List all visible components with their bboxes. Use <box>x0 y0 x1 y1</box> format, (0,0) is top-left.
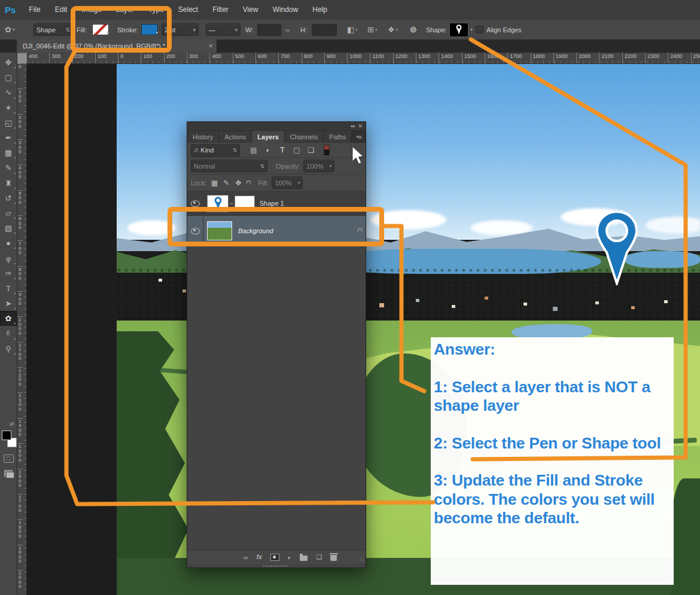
stroke-style-select[interactable]: — ▾ <box>206 20 241 39</box>
tool-path-selection[interactable]: ➤ <box>0 296 17 311</box>
lock-position-icon[interactable]: ✥ <box>234 179 242 187</box>
shape-width-input[interactable] <box>257 20 281 39</box>
tool-gradient[interactable]: ▧ <box>0 221 17 236</box>
menu-item[interactable]: Layer <box>109 0 141 20</box>
tool-eyedropper[interactable]: ✒ <box>0 130 17 145</box>
delete-layer-icon[interactable] <box>330 555 337 561</box>
screen-mode-button[interactable] <box>4 469 13 477</box>
menu-item[interactable]: Type <box>141 0 171 20</box>
opacity-input[interactable]: 100% ▾ <box>303 160 334 172</box>
stroke-width-select[interactable]: 2 pt ▾ <box>162 20 199 39</box>
swap-colors-icon[interactable]: ⇄ <box>10 421 14 427</box>
stroke-swatch[interactable]: ▾ <box>141 20 158 39</box>
filter-shape-layers-icon[interactable]: ▢ <box>291 146 302 154</box>
close-icon[interactable]: ✕ <box>358 123 363 129</box>
panel-resize-grip[interactable]: ⠿⠿ <box>359 558 364 563</box>
ruler-label: 300 <box>187 53 209 63</box>
layer-name[interactable]: Background <box>238 227 273 234</box>
tool-lasso[interactable]: ∿ <box>0 85 17 100</box>
menu-item[interactable]: Edit <box>48 0 75 20</box>
menu-item[interactable]: Image <box>74 0 108 20</box>
visibility-toggle[interactable] <box>187 216 203 246</box>
close-icon[interactable]: ✕ <box>208 43 213 49</box>
gear-icon[interactable]: ☸ <box>408 20 418 39</box>
tool-move[interactable]: ✥ <box>0 55 17 70</box>
mask-link-icon[interactable]: ∞ <box>230 201 233 206</box>
menu-item[interactable]: Filter <box>205 0 236 20</box>
tool-blur[interactable]: ● <box>0 236 17 251</box>
tool-custom-shape[interactable]: ✿ <box>0 311 17 326</box>
new-adjustment-layer-icon[interactable]: ◐ <box>288 554 292 561</box>
new-layer-icon[interactable]: ❏ <box>316 553 322 561</box>
tool-zoom[interactable]: ⚲ <box>0 341 17 356</box>
layer-row-background[interactable]: Background <box>187 216 366 246</box>
link-layers-icon[interactable]: ∞ <box>244 554 248 561</box>
filter-toggle-switch[interactable] <box>324 145 330 155</box>
layer-row-shape1[interactable]: ∞ Shape 1 <box>187 191 366 216</box>
panel-tab[interactable]: Actions <box>219 131 252 143</box>
horizontal-ruler[interactable]: 4003002001000100200300400500600700800900… <box>26 53 700 64</box>
map-pin-shape[interactable] <box>595 210 638 285</box>
menu-item[interactable]: Select <box>171 0 205 20</box>
panel-menu-icon[interactable]: ▾≡ <box>357 131 366 143</box>
fill-input[interactable]: 100% ▾ <box>272 176 303 189</box>
tool-mode-select[interactable]: Shape ⇅ <box>34 20 73 39</box>
background-layer-thumbnail[interactable] <box>207 221 232 240</box>
filter-type-layers-icon[interactable]: T <box>277 146 288 154</box>
tool-dodge[interactable]: φ <box>0 251 17 266</box>
filter-adjustment-layers-icon[interactable]: ◐ <box>263 146 273 154</box>
ruler-label: 1000 <box>17 316 23 341</box>
path-operations-button[interactable]: ◧▾ <box>346 20 358 39</box>
foreground-color-swatch[interactable] <box>2 431 11 440</box>
menu-item[interactable]: Window <box>266 0 306 20</box>
tool-clone-stamp[interactable]: ♜ <box>0 176 17 191</box>
layer-style-icon[interactable]: fx <box>257 554 262 560</box>
blend-mode-select[interactable]: Normal ⇅ <box>191 160 267 172</box>
pin-shape-preview-icon <box>456 25 462 35</box>
shape-height-input[interactable] <box>312 20 337 39</box>
menu-item[interactable]: View <box>236 0 266 20</box>
panel-tab[interactable]: Paths <box>324 131 352 143</box>
panel-tab[interactable]: History <box>187 131 219 143</box>
new-group-icon[interactable] <box>300 556 308 561</box>
vertical-ruler[interactable]: 0100200300400500600700800900100011001200… <box>17 63 27 595</box>
tool-pen[interactable]: ✑ <box>0 266 17 281</box>
tool-type[interactable]: T <box>0 281 17 296</box>
path-alignment-button[interactable]: ⊞▾ <box>366 20 377 39</box>
tool-crop[interactable]: ◱ <box>0 115 17 130</box>
tool-brush[interactable]: ✎ <box>0 160 17 175</box>
align-edges-checkbox[interactable] <box>476 20 483 39</box>
tool-eraser[interactable]: ▱ <box>0 206 17 221</box>
tool-hand[interactable]: ✌ <box>0 326 17 341</box>
panel-tab[interactable]: Layers <box>252 131 284 143</box>
add-layer-mask-icon[interactable] <box>270 554 279 561</box>
menu-item[interactable]: Help <box>305 0 334 20</box>
collapse-panel-icon[interactable]: ◂◂ <box>350 124 354 129</box>
shape-picker[interactable]: ▾ <box>449 20 473 39</box>
tool-patch[interactable]: ▦ <box>0 145 17 160</box>
quick-mask-button[interactable] <box>4 454 14 463</box>
path-arrangement-button[interactable]: ❖▾ <box>386 20 398 39</box>
ruler-label: 200 <box>164 53 187 63</box>
ruler-label: 1300 <box>17 392 23 417</box>
layer-name[interactable]: Shape 1 <box>260 200 284 207</box>
filter-smart-objects-icon[interactable]: ❏ <box>306 146 316 154</box>
tool-history-brush[interactable]: ↺ <box>0 191 17 206</box>
filter-kind-select[interactable]: ⚲ Kind ⇅ <box>191 144 240 157</box>
tool-preset-picker[interactable]: ✿ ▾ <box>4 20 15 39</box>
lock-paint-icon[interactable]: ✎ <box>222 179 230 187</box>
document-tab[interactable]: DJI_0046-Edit @ 37.0% (Background, RGB/8… <box>17 39 217 53</box>
lock-row: Lock: ▦ ✎ ✥ Fill: 100% ▾ <box>187 175 366 191</box>
panel-tab[interactable]: Channels <box>285 131 324 143</box>
lock-transparency-icon[interactable]: ▦ <box>210 179 218 187</box>
tool-rectangular-marquee[interactable]: ▢ <box>0 70 17 85</box>
vector-mask-thumbnail[interactable] <box>235 196 255 212</box>
link-dimensions-icon[interactable]: ∞ <box>285 20 290 39</box>
menu-item[interactable]: File <box>22 0 47 20</box>
fill-swatch[interactable]: ▾ <box>92 20 109 39</box>
tool-magic-wand[interactable]: ✶ <box>0 100 17 115</box>
visibility-toggle[interactable] <box>187 191 203 215</box>
filter-pixel-layers-icon[interactable]: ▤ <box>248 146 259 154</box>
shape-layer-thumbnail[interactable] <box>207 195 229 212</box>
panel-drag-handle[interactable] <box>263 565 290 567</box>
